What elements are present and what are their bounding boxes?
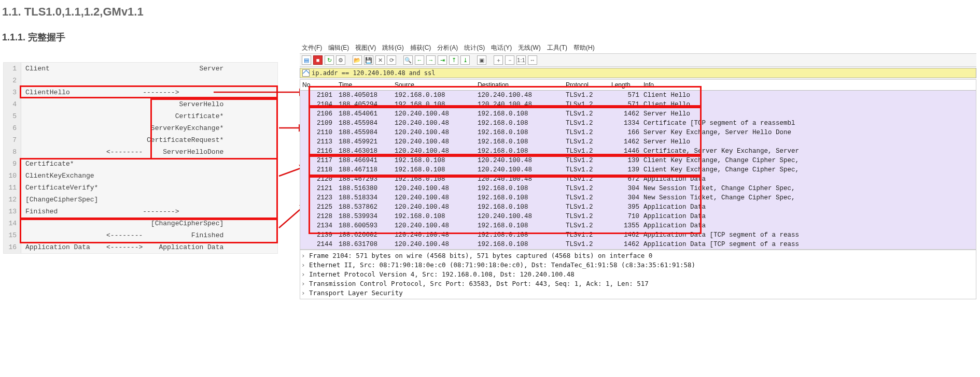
toolbar-btn-zoomreset-icon[interactable]: 1:1 xyxy=(516,55,526,65)
code-line: 12[ChangeCipherSpec] xyxy=(4,194,277,206)
menu-item[interactable]: 捕获(C) xyxy=(410,44,431,51)
heading-2: 1.1.1. 完整握手 xyxy=(2,31,980,44)
code-line: 9Certificate* xyxy=(4,158,277,170)
detail-tree-row[interactable]: Transport Layer Security xyxy=(300,288,976,298)
menu-item[interactable]: 跳转(G) xyxy=(382,44,403,51)
packet-list-header: No. Time Source Destination Protocol Len… xyxy=(300,80,976,91)
packet-row[interactable]: 2106188.454061120.240.100.48192.168.0.10… xyxy=(300,109,976,119)
packet-row[interactable]: 2101188.405018192.168.0.108120.240.100.4… xyxy=(300,91,976,100)
code-line: 16Application Data <-------> Application… xyxy=(4,241,277,253)
code-line: 10ClientKeyExchange xyxy=(4,170,277,182)
menu-item[interactable]: 无线(W) xyxy=(518,44,540,51)
toolbar-btn-first-icon[interactable]: ⤒ xyxy=(449,55,458,65)
code-line: 5 Certificate* xyxy=(4,110,277,122)
code-line: 8 <-------- ServerHelloDone xyxy=(4,146,277,158)
packet-row[interactable]: 2110188.455984120.240.100.48192.168.0.10… xyxy=(300,128,976,137)
code-line: 15 <-------- Finished xyxy=(4,229,277,241)
toolbar-btn-last-icon[interactable]: ⤓ xyxy=(460,55,470,65)
detail-tree-row[interactable]: Internet Protocol Version 4, Src: 192.16… xyxy=(300,270,976,279)
detail-tree-row[interactable]: Frame 2104: 571 bytes on wire (4568 bits… xyxy=(300,251,976,260)
packet-row[interactable]: 2109188.455984120.240.100.48192.168.0.10… xyxy=(300,119,976,128)
menu-item[interactable]: 视图(V) xyxy=(355,44,376,51)
toolbar-btn-stop-icon[interactable]: ■ xyxy=(313,55,323,65)
packet-row[interactable]: 2125188.537862120.240.100.48192.168.0.10… xyxy=(300,202,976,212)
wireshark-toolbar[interactable]: ▤ ■ ↻ ⚙ 📂 💾 ✕ ⟳ 🔍 ← → ⇥ ⤒ ⤓ ▣ ＋ － 1:1 ↔ xyxy=(300,53,976,67)
packet-row[interactable]: 2121188.516380120.240.100.48192.168.0.10… xyxy=(300,184,976,193)
toolbar-btn-options-icon[interactable]: ⚙ xyxy=(336,55,345,65)
code-line: 6 ServerKeyExchange* xyxy=(4,122,277,134)
code-line: 14 [ChangeCipherSpec] xyxy=(4,218,277,229)
packet-row[interactable]: 2117188.466941192.168.0.108120.240.100.4… xyxy=(300,156,976,165)
menu-item[interactable]: 分析(A) xyxy=(437,44,458,51)
code-line: 4 ServerHello xyxy=(4,98,277,110)
toolbar-btn-restart-icon[interactable]: ↻ xyxy=(325,55,334,65)
toolbar-btn-zoomin-icon[interactable]: ＋ xyxy=(494,55,503,65)
packet-row[interactable]: 2134188.600593120.240.100.48192.168.0.10… xyxy=(300,221,976,230)
code-line: 13Finished --------> xyxy=(4,206,277,218)
handshake-code-block: 1Client Server23ClientHello -------->4 S… xyxy=(3,62,278,254)
toolbar-btn-open-icon[interactable]: 📂 xyxy=(353,55,362,65)
packet-row[interactable]: 2118188.467118192.168.0.108120.240.100.4… xyxy=(300,165,976,175)
packet-row[interactable]: 2144188.631708120.240.100.48192.168.0.10… xyxy=(300,240,976,249)
packet-row[interactable]: 2139188.626602120.240.100.48192.168.0.10… xyxy=(300,230,976,240)
display-filter-input[interactable]: ip.addr == 120.240.100.48 and ssl xyxy=(312,69,435,77)
packet-row[interactable]: 2123188.518334120.240.100.48192.168.0.10… xyxy=(300,193,976,202)
heading-1: 1.1. TLS1.0,1.1,1.2,GMv1.1 xyxy=(2,5,980,19)
code-line: 7 CertificateRequest* xyxy=(4,134,277,146)
menu-item[interactable]: 帮助(H) xyxy=(573,44,595,51)
menu-item[interactable]: 电话(Y) xyxy=(491,44,512,51)
toolbar-btn-zoomout-icon[interactable]: － xyxy=(505,55,514,65)
menu-item[interactable]: 统计(S) xyxy=(464,44,485,51)
packet-row[interactable]: 2104188.405294192.168.0.108120.240.100.4… xyxy=(300,100,976,109)
toolbar-btn-fwd-icon[interactable]: → xyxy=(426,55,436,65)
packet-row[interactable]: 2113188.459921120.240.100.48192.168.0.10… xyxy=(300,137,976,147)
detail-tree-row[interactable]: Ethernet II, Src: 08:71:90:18:0e:c0 (08:… xyxy=(300,260,976,270)
packet-list-pane[interactable]: No. Time Source Destination Protocol Len… xyxy=(300,79,976,250)
toolbar-btn-save-icon[interactable]: 💾 xyxy=(364,55,373,65)
code-line: 1Client Server xyxy=(4,63,277,75)
code-line: 2 xyxy=(4,75,277,86)
toolbar-btn-list-icon[interactable]: ▤ xyxy=(302,55,311,65)
display-filter-bar[interactable]: ip.addr == 120.240.100.48 and ssl xyxy=(300,68,976,78)
menu-item[interactable]: 编辑(E) xyxy=(328,44,349,51)
toolbar-btn-back-icon[interactable]: ← xyxy=(415,55,424,65)
toolbar-btn-jump-icon[interactable]: ⇥ xyxy=(438,55,447,65)
wireshark-window: 文件(F)编辑(E)视图(V)跳转(G)捕获(C)分析(A)统计(S)电话(Y)… xyxy=(300,42,976,299)
bookmark-icon[interactable] xyxy=(302,69,310,77)
packet-row[interactable]: 2120188.467293192.168.0.108120.240.100.4… xyxy=(300,175,976,184)
menu-item[interactable]: 工具(T) xyxy=(547,44,567,51)
wireshark-menubar[interactable]: 文件(F)编辑(E)视图(V)跳转(G)捕获(C)分析(A)统计(S)电话(Y)… xyxy=(300,42,976,53)
packet-details-pane[interactable]: Frame 2104: 571 bytes on wire (4568 bits… xyxy=(300,250,976,299)
toolbar-btn-reload-icon[interactable]: ⟳ xyxy=(387,55,396,65)
code-line: 11CertificateVerify* xyxy=(4,182,277,194)
detail-tree-row[interactable]: Transmission Control Protocol, Src Port:… xyxy=(300,279,976,288)
toolbar-btn-close-icon[interactable]: ✕ xyxy=(375,55,385,65)
code-line: 3ClientHello --------> xyxy=(4,86,277,98)
packet-row[interactable]: 2116188.463018120.240.100.48192.168.0.10… xyxy=(300,147,976,156)
toolbar-btn-find-icon[interactable]: 🔍 xyxy=(403,55,413,65)
toolbar-btn-resize-icon[interactable]: ↔ xyxy=(528,55,537,65)
menu-item[interactable]: 文件(F) xyxy=(302,44,322,51)
packet-row[interactable]: 2128188.539934192.168.0.108120.240.100.4… xyxy=(300,212,976,221)
toolbar-btn-autoscroll-icon[interactable]: ▣ xyxy=(477,55,486,65)
